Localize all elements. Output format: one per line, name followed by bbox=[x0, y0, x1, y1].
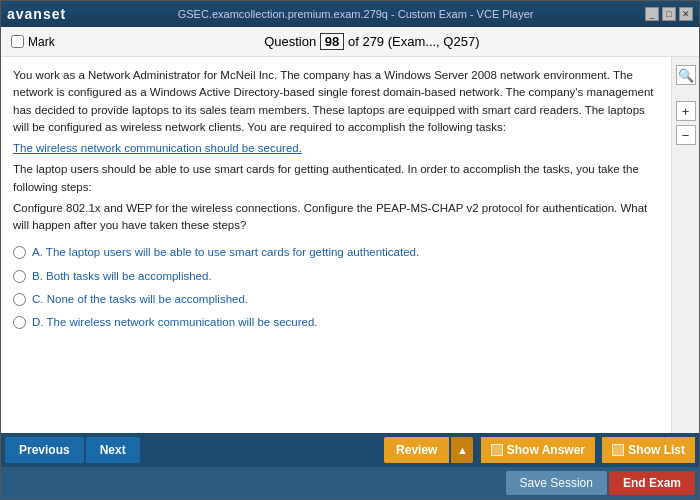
minimize-button[interactable]: _ bbox=[645, 7, 659, 21]
app-logo: avanset bbox=[7, 6, 66, 22]
show-list-label: Show List bbox=[628, 443, 685, 457]
answer-radio-d[interactable] bbox=[13, 316, 26, 329]
show-answer-button[interactable]: Show Answer bbox=[481, 437, 595, 463]
answer-item-a: A. The laptop users will be able to use … bbox=[13, 244, 659, 261]
show-answer-label: Show Answer bbox=[507, 443, 585, 457]
question-paragraph1: You work as a Network Administrator for … bbox=[13, 67, 659, 136]
sidebar-tools: 🔍 + − bbox=[671, 57, 699, 433]
next-button[interactable]: Next bbox=[86, 437, 140, 463]
content-area: Mark Question 98 of 279 (Exam..., Q257) … bbox=[1, 27, 699, 499]
save-session-button[interactable]: Save Session bbox=[506, 471, 607, 495]
question-line2: Configure 802.1x and WEP for the wireles… bbox=[13, 200, 659, 235]
answer-text-c: C. None of the tasks will be accomplishe… bbox=[32, 291, 248, 308]
answers-list: A. The laptop users will be able to use … bbox=[13, 244, 659, 331]
question-number: 98 bbox=[320, 33, 344, 50]
answer-text-b: B. Both tasks will be accomplished. bbox=[32, 268, 212, 285]
search-button[interactable]: 🔍 bbox=[676, 65, 696, 85]
show-list-button[interactable]: Show List bbox=[602, 437, 695, 463]
maximize-button[interactable]: □ bbox=[662, 7, 676, 21]
window-controls: _ □ ✕ bbox=[645, 7, 693, 21]
show-list-icon bbox=[612, 444, 624, 456]
review-dropdown-button[interactable]: ▲ bbox=[451, 437, 473, 463]
show-answer-icon bbox=[491, 444, 503, 456]
main-content: You work as a Network Administrator for … bbox=[1, 57, 699, 433]
answer-radio-b[interactable] bbox=[13, 270, 26, 283]
zoom-out-button[interactable]: − bbox=[676, 125, 696, 145]
question-label: Question bbox=[264, 34, 316, 49]
window-title: GSEC.examcollection.premium.exam.279q - … bbox=[66, 8, 645, 20]
question-info: Question 98 of 279 (Exam..., Q257) bbox=[55, 33, 689, 50]
logo-avan: avan bbox=[7, 6, 43, 22]
bottom-toolbar-2: Save Session End Exam bbox=[1, 467, 699, 499]
answer-item-c: C. None of the tasks will be accomplishe… bbox=[13, 291, 659, 308]
question-header: Mark Question 98 of 279 (Exam..., Q257) bbox=[1, 27, 699, 57]
question-of-details: of 279 (Exam..., Q257) bbox=[348, 34, 480, 49]
zoom-in-button[interactable]: + bbox=[676, 101, 696, 121]
mark-section: Mark bbox=[11, 35, 55, 49]
question-paragraph2: The laptop users should be able to use s… bbox=[13, 161, 659, 196]
answer-item-b: B. Both tasks will be accomplished. bbox=[13, 268, 659, 285]
close-button[interactable]: ✕ bbox=[679, 7, 693, 21]
end-exam-button[interactable]: End Exam bbox=[609, 471, 695, 495]
mark-checkbox[interactable] bbox=[11, 35, 24, 48]
app-window: avanset GSEC.examcollection.premium.exam… bbox=[0, 0, 700, 500]
answer-item-d: D. The wireless network communication wi… bbox=[13, 314, 659, 331]
logo-set: set bbox=[43, 6, 66, 22]
title-bar: avanset GSEC.examcollection.premium.exam… bbox=[1, 1, 699, 27]
question-line1: The wireless network communication shoul… bbox=[13, 140, 659, 157]
answer-radio-a[interactable] bbox=[13, 246, 26, 259]
mark-label: Mark bbox=[28, 35, 55, 49]
question-text-block: You work as a Network Administrator for … bbox=[13, 67, 659, 234]
answer-radio-c[interactable] bbox=[13, 293, 26, 306]
answer-text-a: A. The laptop users will be able to use … bbox=[32, 244, 419, 261]
question-body: You work as a Network Administrator for … bbox=[1, 57, 671, 433]
previous-button[interactable]: Previous bbox=[5, 437, 84, 463]
bottom-toolbar-1: Previous Next Review ▲ Show Answer Show … bbox=[1, 433, 699, 467]
answer-text-d: D. The wireless network communication wi… bbox=[32, 314, 317, 331]
review-button[interactable]: Review bbox=[384, 437, 449, 463]
